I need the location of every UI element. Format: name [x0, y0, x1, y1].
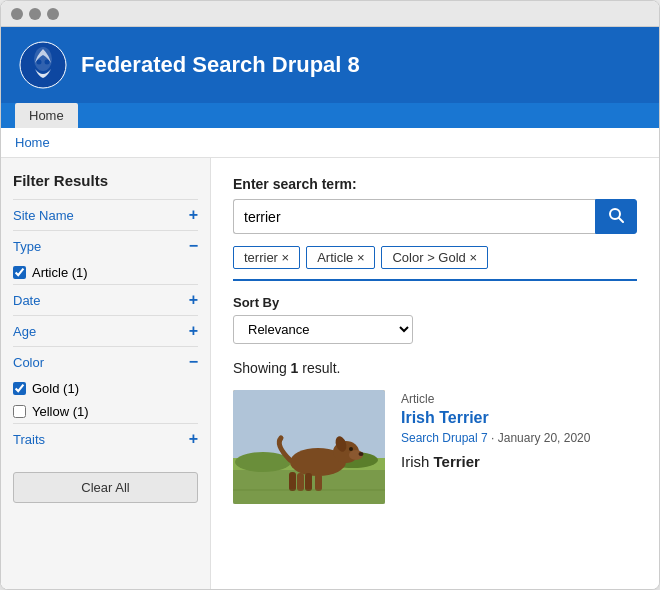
search-label: Enter search term:	[233, 176, 637, 192]
svg-rect-19	[289, 472, 296, 491]
titlebar-dot-3	[47, 8, 59, 20]
sidebar: Filter Results Site Name + Type − Articl…	[1, 158, 211, 589]
filter-tag-color-gold[interactable]: Color > Gold ×	[381, 246, 488, 269]
drupal-logo-icon	[19, 41, 67, 89]
filter-date-icon: +	[189, 291, 198, 309]
filter-type-icon: −	[189, 237, 198, 255]
app-header: Federated Search Drupal 8	[1, 27, 659, 103]
content-area: Filter Results Site Name + Type − Articl…	[1, 158, 659, 589]
filter-traits-icon: +	[189, 430, 198, 448]
result-snippet: Irish Terrier	[401, 453, 637, 470]
filter-site-name[interactable]: Site Name +	[13, 199, 198, 230]
result-snippet-bold: Terrier	[434, 453, 480, 470]
sort-label: Sort By	[233, 295, 637, 310]
svg-rect-17	[305, 473, 312, 491]
app-title: Federated Search Drupal 8	[81, 52, 360, 78]
result-card: Article Irish Terrier Search Drupal 7 · …	[233, 390, 637, 504]
result-title-link[interactable]: Irish Terrier	[401, 409, 637, 427]
titlebar-dot-1	[11, 8, 23, 20]
result-snippet-prefix: Irish	[401, 453, 434, 470]
result-info: Article Irish Terrier Search Drupal 7 · …	[401, 390, 637, 504]
results-count: 1	[291, 360, 299, 376]
sidebar-title: Filter Results	[13, 172, 198, 189]
titlebar	[1, 1, 659, 27]
svg-rect-20	[297, 473, 304, 491]
result-dog-image	[233, 390, 385, 504]
svg-point-14	[359, 452, 364, 456]
filter-traits[interactable]: Traits +	[13, 423, 198, 454]
filter-color-label: Color	[13, 355, 44, 370]
result-source-link[interactable]: Search Drupal 7	[401, 431, 488, 445]
filter-date[interactable]: Date +	[13, 284, 198, 315]
active-filters: terrier × Article × Color > Gold ×	[233, 246, 637, 281]
filter-yellow-checkbox[interactable]	[13, 405, 26, 418]
filter-date-label: Date	[13, 293, 40, 308]
breadcrumb-home-link[interactable]: Home	[15, 135, 50, 150]
result-date: January 20, 2020	[498, 431, 591, 445]
filter-article-label: Article (1)	[32, 265, 88, 280]
filter-site-name-icon: +	[189, 206, 198, 224]
filter-tag-terrier[interactable]: terrier ×	[233, 246, 300, 269]
nav-bar: Home	[1, 103, 659, 128]
filter-tag-article[interactable]: Article ×	[306, 246, 375, 269]
main-content: Enter search term: terrier × Article × C…	[211, 158, 659, 589]
filter-age-icon: +	[189, 322, 198, 340]
filter-gold-label: Gold (1)	[32, 381, 79, 396]
result-meta-separator: ·	[491, 431, 498, 445]
filter-yellow-label: Yellow (1)	[32, 404, 89, 419]
filter-traits-label: Traits	[13, 432, 45, 447]
titlebar-dot-2	[29, 8, 41, 20]
svg-point-3	[45, 60, 50, 65]
nav-home-button[interactable]: Home	[15, 103, 78, 128]
result-meta: Search Drupal 7 · January 20, 2020	[401, 431, 637, 445]
filter-gold-checkbox-row: Gold (1)	[13, 377, 198, 400]
filter-gold-checkbox[interactable]	[13, 382, 26, 395]
filter-age-label: Age	[13, 324, 36, 339]
sort-select[interactable]: Relevance Date Title	[233, 315, 413, 344]
search-button[interactable]	[595, 199, 637, 234]
filter-article-checkbox[interactable]	[13, 266, 26, 279]
filter-color-icon: −	[189, 353, 198, 371]
breadcrumb: Home	[1, 128, 659, 158]
filter-type[interactable]: Type −	[13, 230, 198, 261]
search-icon	[608, 207, 624, 223]
svg-point-15	[349, 447, 353, 451]
filter-article-checkbox-row: Article (1)	[13, 261, 198, 284]
filter-age[interactable]: Age +	[13, 315, 198, 346]
filter-yellow-checkbox-row: Yellow (1)	[13, 400, 198, 423]
search-input[interactable]	[233, 199, 595, 234]
search-row	[233, 199, 637, 234]
svg-line-5	[619, 218, 623, 222]
svg-point-2	[37, 60, 42, 65]
app-window: Federated Search Drupal 8 Home Home Filt…	[0, 0, 660, 590]
result-image	[233, 390, 385, 504]
clear-all-button[interactable]: Clear All	[13, 472, 198, 503]
svg-rect-18	[315, 474, 322, 491]
results-summary: Showing 1 result.	[233, 360, 637, 376]
result-type: Article	[401, 392, 637, 406]
filter-color[interactable]: Color −	[13, 346, 198, 377]
filter-type-label: Type	[13, 239, 41, 254]
filter-site-name-label: Site Name	[13, 208, 74, 223]
